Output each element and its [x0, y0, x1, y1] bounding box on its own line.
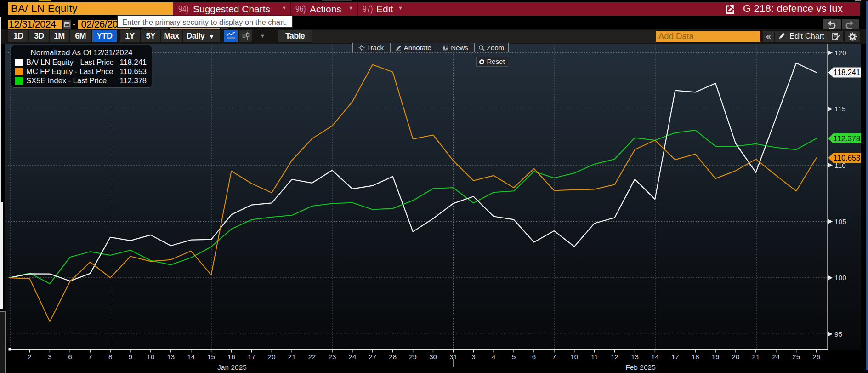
svg-text:100: 100 [834, 274, 846, 281]
svg-text:11: 11 [591, 353, 598, 361]
svg-text:27: 27 [369, 353, 376, 361]
svg-text:120: 120 [834, 49, 846, 57]
svg-text:118.241: 118.241 [834, 68, 860, 76]
svg-text:18: 18 [692, 353, 699, 361]
svg-text:24: 24 [349, 353, 357, 361]
svg-text:24: 24 [772, 353, 780, 361]
svg-text:110.653: 110.653 [834, 154, 860, 162]
svg-text:22: 22 [308, 353, 316, 361]
svg-text:16: 16 [227, 353, 235, 361]
svg-text:3: 3 [48, 353, 51, 361]
svg-text:17: 17 [671, 353, 679, 361]
svg-text:14: 14 [651, 353, 659, 361]
svg-text:13: 13 [631, 353, 639, 361]
svg-text:26: 26 [812, 353, 820, 361]
svg-text:10: 10 [147, 353, 155, 361]
svg-text:20: 20 [268, 353, 276, 361]
svg-text:7: 7 [552, 353, 556, 361]
svg-text:14: 14 [187, 353, 195, 361]
svg-text:13: 13 [167, 353, 175, 361]
svg-text:20: 20 [732, 353, 740, 361]
svg-text:2: 2 [28, 353, 31, 361]
svg-text:4: 4 [492, 353, 495, 361]
svg-text:Jan 2025: Jan 2025 [217, 363, 247, 371]
svg-text:25: 25 [792, 353, 800, 361]
svg-text:6: 6 [532, 353, 536, 361]
svg-text:29: 29 [409, 353, 417, 361]
svg-text:105: 105 [834, 218, 846, 225]
svg-text:23: 23 [329, 353, 336, 361]
svg-text:12: 12 [611, 353, 618, 361]
svg-text:5: 5 [512, 353, 516, 361]
svg-text:95: 95 [834, 330, 842, 338]
svg-text:8: 8 [108, 353, 112, 361]
svg-text:15: 15 [207, 353, 215, 361]
svg-text:17: 17 [248, 353, 255, 361]
svg-text:21: 21 [288, 353, 296, 361]
svg-text:10: 10 [570, 353, 578, 361]
svg-text:7: 7 [88, 353, 92, 361]
svg-text:3: 3 [471, 353, 475, 361]
svg-text:115: 115 [834, 105, 846, 113]
svg-text:112.378: 112.378 [834, 134, 860, 143]
svg-text:28: 28 [389, 353, 397, 361]
svg-text:30: 30 [429, 353, 437, 361]
svg-text:Feb 2025: Feb 2025 [625, 363, 656, 371]
svg-text:21: 21 [752, 353, 760, 361]
svg-text:19: 19 [712, 353, 720, 361]
svg-text:6: 6 [68, 353, 72, 361]
svg-text:9: 9 [129, 353, 132, 361]
